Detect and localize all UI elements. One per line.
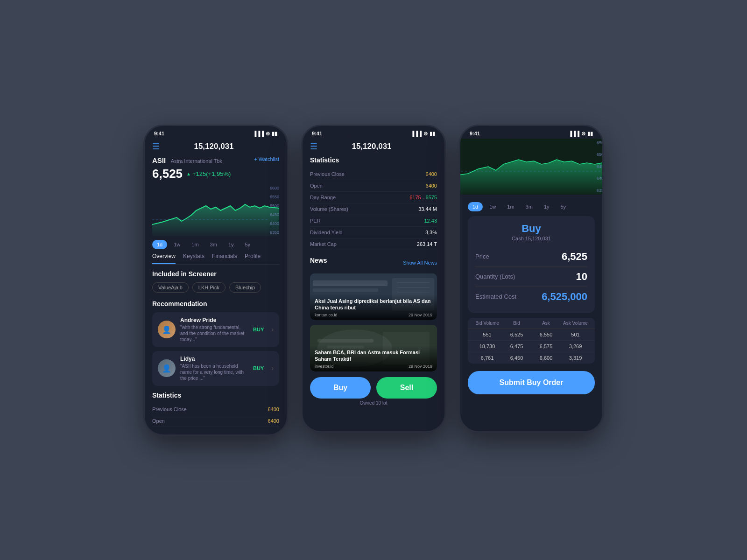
- news-meta-1: investor.id 29 Nov 2019: [315, 364, 432, 369]
- ob-header: Bid Volume Bid Ask Ask Volume: [468, 318, 595, 329]
- stock-change: ▲ +125(+1,95%): [186, 170, 231, 177]
- stat-marketcap: Market Cap 263,14 T: [310, 238, 437, 250]
- up-arrow-icon: ▲: [186, 171, 191, 176]
- stat-prevclose: Previous Close 6400: [310, 168, 437, 180]
- balance-1: 15,120,031: [194, 142, 233, 151]
- tab-keystats[interactable]: Keystats: [183, 253, 204, 264]
- tab3-1y[interactable]: 1y: [539, 202, 554, 211]
- ob-col-bid: Bid: [502, 321, 531, 326]
- quantity-value[interactable]: 10: [576, 271, 587, 283]
- cash-label: Cash 15,120,031: [475, 236, 587, 241]
- price-field: Price 6,525: [475, 247, 587, 267]
- rec-text-0: "with the strong fundamental, and the co…: [180, 324, 248, 343]
- news-section: News Show All News: [310, 257, 437, 371]
- tab-1d[interactable]: 1d: [152, 240, 167, 249]
- stats-row-open: Open 6400: [152, 415, 279, 427]
- stats-title-2: Statistics: [310, 156, 437, 164]
- phone-2: 9:41 ▐▐▐ ⊜ ▮▮ ☰ 15,120,031 Statistics Pr…: [301, 125, 446, 433]
- wifi-icon-3: ⊜: [581, 131, 585, 137]
- ob-row-0: 551 6,525 6,550 501: [468, 329, 595, 341]
- time-tabs-3-wrapper: 1d 1w 1m 3m 1y 5y: [460, 195, 602, 211]
- time-tabs-3: 1d 1w 1m 3m 1y 5y: [468, 202, 595, 211]
- tab-1m[interactable]: 1m: [187, 240, 203, 249]
- stat-dividend: Dividend Yield 3,3%: [310, 227, 437, 238]
- stat-dayrange: Day Range 6175 - 6575: [310, 192, 437, 203]
- tab-1w[interactable]: 1w: [169, 240, 185, 249]
- owned-label: Owned 10 lot: [310, 400, 437, 406]
- news-card-1[interactable]: Saham BCA, BRI dan Astra masuk Formasi S…: [310, 325, 437, 371]
- phone1-content: ☰ 15,120,031 ASII Astra International Tb…: [145, 139, 287, 434]
- stock-title-row: ASII Astra International Tbk + Watchlist: [152, 156, 279, 165]
- tab-profile[interactable]: Profile: [245, 253, 261, 264]
- menu-icon[interactable]: ☰: [152, 141, 160, 152]
- phone2-content: ☰ 15,120,031 Statistics Previous Close 6…: [303, 139, 444, 413]
- order-book: Bid Volume Bid Ask Ask Volume 551 6,525 …: [468, 318, 595, 364]
- tab-3m[interactable]: 3m: [205, 240, 222, 249]
- tab3-1w[interactable]: 1w: [485, 202, 500, 211]
- rec-text-1: "ASII has been a household name for a ve…: [180, 363, 248, 381]
- screener-title: Included in Screener: [152, 270, 279, 278]
- time-2: 9:41: [312, 131, 322, 136]
- rec-badge-0: BUY: [253, 327, 264, 332]
- stats-section-1: Statistics Previous Close 6400 Open 6400: [152, 392, 279, 427]
- svg-rect-2: [313, 280, 388, 286]
- time-tabs-1: 1d 1w 1m 3m 1y 5y: [152, 240, 279, 249]
- tab3-1d[interactable]: 1d: [468, 202, 483, 211]
- tab-5y[interactable]: 5y: [240, 240, 255, 249]
- rec-name-0: Andrew Pride: [180, 317, 248, 323]
- header-1: ☰ 15,120,031: [152, 139, 279, 156]
- news-img-1: Saham BCA, BRI dan Astra masuk Formasi S…: [310, 325, 437, 371]
- battery-icon-2: ▮▮: [430, 131, 435, 137]
- status-icons-1: ▐▐▐ ⊜ ▮▮: [253, 131, 277, 137]
- rec-title: Recommendation: [152, 300, 279, 308]
- rec-badge-1: BUY: [253, 365, 264, 371]
- news-header: News Show All News: [310, 257, 437, 269]
- quantity-field: Quantity (Lots) 10: [475, 267, 587, 287]
- stat-volume: Volume (Shares) 33.44 M: [310, 203, 437, 215]
- stats-title-1: Statistics: [152, 392, 279, 399]
- tag-bluechip[interactable]: Bluechip: [229, 282, 261, 293]
- stock-price: 6,525: [152, 167, 183, 181]
- watchlist-button[interactable]: + Watchlist: [254, 156, 279, 162]
- menu-icon-2[interactable]: ☰: [310, 141, 317, 152]
- tag-valueajaib[interactable]: ValueAjaib: [152, 282, 189, 293]
- tab-financials[interactable]: Financials: [212, 253, 237, 264]
- tab3-5y[interactable]: 5y: [556, 202, 571, 211]
- sell-button[interactable]: Sell: [376, 377, 437, 399]
- header-2: ☰ 15,120,031: [310, 139, 437, 156]
- notch-3: [503, 126, 559, 138]
- phones-container: 9:41 ▐▐▐ ⊜ ▮▮ ☰ 15,120,031 ASII Astra In…: [143, 125, 604, 436]
- balance-2: 15,120,031: [352, 142, 391, 151]
- news-card-0[interactable]: Aksi Jual Asing diprediksi berlanjut bil…: [310, 273, 437, 320]
- status-icons-2: ▐▐▐ ⊜ ▮▮: [411, 131, 435, 137]
- battery-icon: ▮▮: [272, 131, 277, 137]
- news-meta-0: kontan.co.id 29 Nov 2019: [315, 313, 432, 317]
- tag-lkhpick[interactable]: LKH Pick: [192, 282, 226, 293]
- rec-name-1: Lidya: [180, 356, 248, 362]
- rec-card-1[interactable]: 👤 Lidya "ASII has been a household name …: [152, 351, 279, 386]
- ob-col-bidvol: Bid Volume: [472, 321, 502, 326]
- chart3-y-labels: 6550 6500 6450 6400 6350: [597, 140, 604, 193]
- chart3-svg: [459, 139, 604, 195]
- screener-section: Included in Screener ValueAjaib LKH Pick…: [152, 270, 279, 293]
- tab-1y[interactable]: 1y: [224, 240, 239, 249]
- signal-icon: ▐▐▐: [253, 131, 264, 136]
- recommendation-section: Recommendation 👤 Andrew Pride "with the …: [152, 300, 279, 386]
- buy-sell-row: Buy Sell: [310, 377, 437, 399]
- tab3-1m[interactable]: 1m: [502, 202, 519, 211]
- tab3-3m[interactable]: 3m: [521, 202, 537, 211]
- svg-rect-10: [317, 339, 374, 343]
- stock-name: Astra International Tbk: [171, 158, 222, 164]
- ob-col-askvol: Ask Volume: [561, 321, 590, 326]
- show-all-news[interactable]: Show All News: [403, 260, 437, 266]
- rec-avatar-0: 👤: [158, 321, 176, 338]
- price-value[interactable]: 6,525: [562, 251, 587, 263]
- y-axis-1: 6600 6550 6500 6450 6400 6350: [270, 185, 279, 236]
- phone-1: 9:41 ▐▐▐ ⊜ ▮▮ ☰ 15,120,031 ASII Astra In…: [143, 125, 288, 436]
- svg-rect-3: [313, 288, 378, 292]
- buy-button[interactable]: Buy: [310, 377, 371, 399]
- ob-row-1: 18,730 6,475 6,575 3,269: [468, 341, 595, 352]
- submit-buy-button[interactable]: Submit Buy Order: [468, 371, 595, 394]
- rec-card-0[interactable]: 👤 Andrew Pride "with the strong fundamen…: [152, 312, 279, 347]
- tab-overview[interactable]: Overview: [152, 253, 176, 264]
